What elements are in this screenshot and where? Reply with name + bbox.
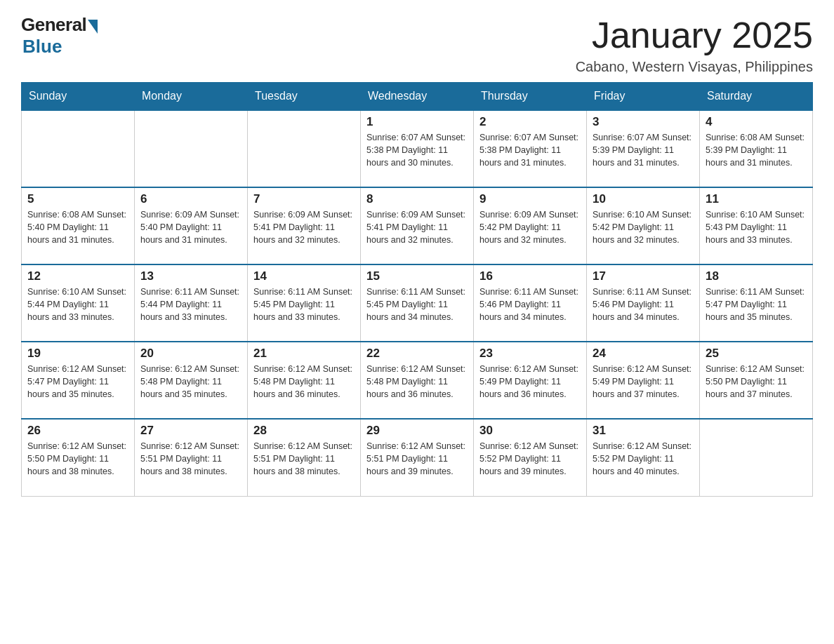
day-info: Sunrise: 6:12 AM Sunset: 5:51 PM Dayligh… — [366, 440, 468, 478]
calendar-cell: 25Sunrise: 6:12 AM Sunset: 5:50 PM Dayli… — [700, 342, 813, 419]
calendar-cell: 15Sunrise: 6:11 AM Sunset: 5:45 PM Dayli… — [361, 264, 474, 342]
calendar-cell: 23Sunrise: 6:12 AM Sunset: 5:49 PM Dayli… — [474, 342, 587, 419]
calendar-cell: 30Sunrise: 6:12 AM Sunset: 5:52 PM Dayli… — [474, 419, 587, 496]
day-of-week-header: Sunday — [22, 83, 135, 111]
day-number: 18 — [706, 269, 807, 283]
logo-general-text: General — [21, 14, 86, 36]
day-number: 22 — [366, 347, 468, 361]
day-number: 12 — [27, 269, 128, 283]
calendar-cell: 31Sunrise: 6:12 AM Sunset: 5:52 PM Dayli… — [587, 419, 700, 496]
day-number: 20 — [140, 347, 241, 361]
calendar-cell: 17Sunrise: 6:11 AM Sunset: 5:46 PM Dayli… — [587, 264, 700, 342]
day-info: Sunrise: 6:08 AM Sunset: 5:40 PM Dayligh… — [27, 208, 128, 246]
day-number: 14 — [253, 269, 355, 283]
day-info: Sunrise: 6:12 AM Sunset: 5:49 PM Dayligh… — [593, 363, 694, 401]
logo-blue-text: Blue — [22, 36, 62, 58]
week-row: 1Sunrise: 6:07 AM Sunset: 5:38 PM Daylig… — [22, 110, 813, 187]
day-info: Sunrise: 6:09 AM Sunset: 5:41 PM Dayligh… — [253, 208, 355, 246]
day-info: Sunrise: 6:10 AM Sunset: 5:42 PM Dayligh… — [593, 208, 694, 246]
day-number: 31 — [593, 424, 694, 438]
calendar-cell: 26Sunrise: 6:12 AM Sunset: 5:50 PM Dayli… — [22, 419, 135, 496]
calendar-cell: 29Sunrise: 6:12 AM Sunset: 5:51 PM Dayli… — [361, 419, 474, 496]
day-number: 21 — [253, 347, 355, 361]
calendar-cell — [22, 110, 135, 187]
week-row: 12Sunrise: 6:10 AM Sunset: 5:44 PM Dayli… — [22, 264, 813, 342]
calendar-cell: 3Sunrise: 6:07 AM Sunset: 5:39 PM Daylig… — [587, 110, 700, 187]
title-section: January 2025 Cabano, Western Visayas, Ph… — [576, 14, 813, 75]
day-number: 29 — [366, 424, 468, 438]
calendar-cell — [135, 110, 248, 187]
calendar-cell: 24Sunrise: 6:12 AM Sunset: 5:49 PM Dayli… — [587, 342, 700, 419]
day-number: 1 — [366, 115, 468, 129]
calendar-cell: 21Sunrise: 6:12 AM Sunset: 5:48 PM Dayli… — [248, 342, 361, 419]
day-of-week-header: Saturday — [700, 83, 813, 111]
day-number: 3 — [593, 115, 694, 129]
day-of-week-header: Friday — [587, 83, 700, 111]
calendar-table: SundayMondayTuesdayWednesdayThursdayFrid… — [21, 82, 813, 497]
day-info: Sunrise: 6:11 AM Sunset: 5:47 PM Dayligh… — [706, 286, 807, 323]
calendar-header-row: SundayMondayTuesdayWednesdayThursdayFrid… — [22, 83, 813, 111]
calendar-cell: 1Sunrise: 6:07 AM Sunset: 5:38 PM Daylig… — [361, 110, 474, 187]
day-info: Sunrise: 6:12 AM Sunset: 5:48 PM Dayligh… — [253, 363, 355, 401]
day-number: 25 — [706, 347, 807, 361]
day-number: 17 — [593, 269, 694, 283]
day-number: 10 — [593, 192, 694, 206]
calendar-cell: 8Sunrise: 6:09 AM Sunset: 5:41 PM Daylig… — [361, 187, 474, 264]
day-info: Sunrise: 6:09 AM Sunset: 5:40 PM Dayligh… — [140, 208, 241, 246]
day-number: 11 — [706, 192, 807, 206]
day-number: 24 — [593, 347, 694, 361]
calendar-cell: 4Sunrise: 6:08 AM Sunset: 5:39 PM Daylig… — [700, 110, 813, 187]
calendar-cell: 28Sunrise: 6:12 AM Sunset: 5:51 PM Dayli… — [248, 419, 361, 496]
calendar-cell: 7Sunrise: 6:09 AM Sunset: 5:41 PM Daylig… — [248, 187, 361, 264]
day-info: Sunrise: 6:12 AM Sunset: 5:52 PM Dayligh… — [593, 440, 694, 478]
day-number: 6 — [140, 192, 241, 206]
day-number: 13 — [140, 269, 241, 283]
calendar-cell — [700, 419, 813, 496]
calendar-cell: 13Sunrise: 6:11 AM Sunset: 5:44 PM Dayli… — [135, 264, 248, 342]
day-info: Sunrise: 6:11 AM Sunset: 5:45 PM Dayligh… — [253, 286, 355, 323]
day-info: Sunrise: 6:09 AM Sunset: 5:42 PM Dayligh… — [479, 208, 581, 246]
calendar-cell: 27Sunrise: 6:12 AM Sunset: 5:51 PM Dayli… — [135, 419, 248, 496]
calendar-cell: 11Sunrise: 6:10 AM Sunset: 5:43 PM Dayli… — [700, 187, 813, 264]
day-info: Sunrise: 6:12 AM Sunset: 5:47 PM Dayligh… — [27, 363, 128, 401]
day-number: 7 — [253, 192, 355, 206]
day-info: Sunrise: 6:12 AM Sunset: 5:48 PM Dayligh… — [140, 363, 241, 401]
day-number: 23 — [479, 347, 581, 361]
day-info: Sunrise: 6:11 AM Sunset: 5:46 PM Dayligh… — [593, 286, 694, 323]
day-info: Sunrise: 6:07 AM Sunset: 5:39 PM Dayligh… — [593, 131, 694, 169]
day-info: Sunrise: 6:12 AM Sunset: 5:49 PM Dayligh… — [479, 363, 581, 401]
day-number: 30 — [479, 424, 581, 438]
day-number: 15 — [366, 269, 468, 283]
day-info: Sunrise: 6:09 AM Sunset: 5:41 PM Dayligh… — [366, 208, 468, 246]
calendar-cell: 18Sunrise: 6:11 AM Sunset: 5:47 PM Dayli… — [700, 264, 813, 342]
day-of-week-header: Monday — [135, 83, 248, 111]
calendar-cell: 12Sunrise: 6:10 AM Sunset: 5:44 PM Dayli… — [22, 264, 135, 342]
day-number: 9 — [479, 192, 581, 206]
day-number: 27 — [140, 424, 241, 438]
day-info: Sunrise: 6:11 AM Sunset: 5:44 PM Dayligh… — [140, 286, 241, 323]
calendar-cell: 6Sunrise: 6:09 AM Sunset: 5:40 PM Daylig… — [135, 187, 248, 264]
day-info: Sunrise: 6:12 AM Sunset: 5:50 PM Dayligh… — [27, 440, 128, 478]
calendar-cell — [248, 110, 361, 187]
logo-arrow-icon — [88, 20, 98, 34]
calendar-cell: 19Sunrise: 6:12 AM Sunset: 5:47 PM Dayli… — [22, 342, 135, 419]
calendar-cell: 9Sunrise: 6:09 AM Sunset: 5:42 PM Daylig… — [474, 187, 587, 264]
day-info: Sunrise: 6:11 AM Sunset: 5:45 PM Dayligh… — [366, 286, 468, 323]
day-number: 4 — [706, 115, 807, 129]
calendar-cell: 10Sunrise: 6:10 AM Sunset: 5:42 PM Dayli… — [587, 187, 700, 264]
page-header: General Blue January 2025 Cabano, Wester… — [21, 14, 813, 75]
week-row: 19Sunrise: 6:12 AM Sunset: 5:47 PM Dayli… — [22, 342, 813, 419]
day-info: Sunrise: 6:12 AM Sunset: 5:51 PM Dayligh… — [253, 440, 355, 478]
day-info: Sunrise: 6:12 AM Sunset: 5:51 PM Dayligh… — [140, 440, 241, 478]
day-of-week-header: Thursday — [474, 83, 587, 111]
calendar-cell: 5Sunrise: 6:08 AM Sunset: 5:40 PM Daylig… — [22, 187, 135, 264]
day-info: Sunrise: 6:08 AM Sunset: 5:39 PM Dayligh… — [706, 131, 807, 169]
day-number: 16 — [479, 269, 581, 283]
calendar-cell: 22Sunrise: 6:12 AM Sunset: 5:48 PM Dayli… — [361, 342, 474, 419]
week-row: 5Sunrise: 6:08 AM Sunset: 5:40 PM Daylig… — [22, 187, 813, 264]
calendar-cell: 14Sunrise: 6:11 AM Sunset: 5:45 PM Dayli… — [248, 264, 361, 342]
location-label: Cabano, Western Visayas, Philippines — [576, 59, 813, 75]
calendar-cell: 2Sunrise: 6:07 AM Sunset: 5:38 PM Daylig… — [474, 110, 587, 187]
calendar-cell: 16Sunrise: 6:11 AM Sunset: 5:46 PM Dayli… — [474, 264, 587, 342]
day-number: 26 — [27, 424, 128, 438]
